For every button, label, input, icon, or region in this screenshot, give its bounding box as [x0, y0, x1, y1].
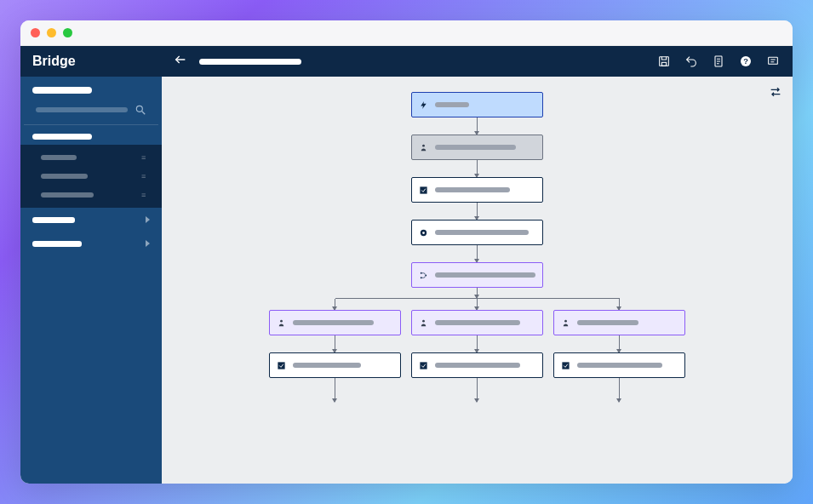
sidebar-section-label [32, 87, 92, 94]
sidebar-tree-item[interactable]: ≡ [20, 186, 162, 204]
check-box-icon [561, 361, 570, 370]
check-box-icon [277, 361, 286, 370]
sidebar-item-label [32, 241, 82, 247]
notes-button[interactable] [765, 54, 781, 69]
back-button[interactable] [174, 53, 187, 70]
person-icon [561, 318, 570, 328]
node-label [435, 230, 529, 235]
window-titlebar [20, 20, 793, 46]
sidebar-item-label [41, 174, 88, 179]
connector [335, 335, 335, 352]
topbar: ? [162, 46, 793, 77]
window-zoom-dot[interactable] [63, 28, 72, 37]
flow-node-task[interactable] [269, 352, 401, 378]
node-label [435, 145, 516, 150]
connector [619, 335, 620, 352]
connector [619, 378, 620, 402]
flow-node-actor[interactable] [411, 135, 543, 160]
connector [335, 300, 335, 310]
connector [477, 378, 478, 402]
flow-node-record[interactable] [411, 220, 543, 245]
window-minimize-dot[interactable] [47, 28, 56, 37]
flow-node-task[interactable] [411, 177, 543, 203]
bolt-icon [419, 100, 428, 110]
svg-line-1 [142, 112, 146, 115]
sidebar: Bridge ≡ ≡ [20, 46, 162, 484]
svg-rect-11 [769, 57, 778, 64]
svg-point-16 [422, 144, 425, 146]
person-icon [277, 318, 286, 328]
connector [477, 117, 478, 135]
flow-diagram [162, 92, 793, 402]
sidebar-tree-item[interactable]: ≡ [20, 167, 162, 186]
node-label [293, 363, 361, 368]
sidebar-tree-item[interactable]: ≡ [20, 148, 162, 167]
help-icon: ? [739, 54, 753, 68]
sidebar-search[interactable] [24, 100, 158, 125]
connector [477, 160, 478, 177]
node-label [435, 320, 520, 325]
sidebar-tree-label [32, 134, 92, 140]
check-box-icon [419, 186, 428, 195]
window-close-dot[interactable] [31, 28, 40, 37]
person-icon [419, 143, 428, 152]
sidebar-item-label [32, 217, 75, 223]
flow-node-condition[interactable] [411, 310, 543, 335]
node-label [435, 102, 469, 107]
flow-canvas[interactable] [162, 77, 793, 484]
flow-node-condition[interactable] [553, 310, 685, 335]
svg-rect-3 [660, 57, 669, 66]
node-label [435, 187, 510, 192]
svg-rect-26 [420, 362, 427, 369]
node-label [435, 363, 520, 368]
svg-rect-4 [661, 62, 666, 66]
sidebar-section-heading [20, 77, 162, 100]
connector [477, 288, 478, 298]
person-icon [419, 318, 428, 328]
record-icon [419, 228, 428, 238]
main-panel: ? [162, 46, 793, 484]
branch-row [269, 299, 685, 402]
undo-button[interactable] [684, 54, 699, 69]
brand-title: Bridge [20, 46, 162, 77]
browser-window: Bridge ≡ ≡ [20, 20, 793, 484]
sidebar-collapsed-group[interactable] [20, 232, 162, 255]
svg-point-22 [425, 274, 427, 276]
branch-column [411, 299, 543, 402]
document-icon [712, 54, 725, 68]
node-label [577, 363, 662, 368]
undo-icon [684, 54, 698, 68]
help-button[interactable]: ? [738, 54, 753, 69]
chevron-right-icon [146, 240, 150, 247]
branch-icon [419, 271, 428, 280]
page-title [199, 59, 301, 65]
connector [477, 245, 478, 262]
svg-text:?: ? [743, 57, 748, 66]
svg-point-19 [422, 232, 425, 234]
node-label [577, 320, 638, 325]
svg-point-27 [564, 319, 567, 322]
svg-point-21 [421, 277, 422, 278]
drag-handle-icon[interactable]: ≡ [141, 175, 150, 178]
svg-point-25 [422, 319, 425, 322]
sidebar-item-label [41, 192, 94, 198]
save-button[interactable] [656, 54, 672, 69]
drag-handle-icon[interactable]: ≡ [141, 156, 150, 159]
sidebar-collapsed-group[interactable] [20, 208, 162, 232]
search-icon [135, 104, 146, 116]
svg-point-20 [421, 272, 422, 273]
flow-node-condition[interactable] [269, 310, 401, 335]
flow-node-branch[interactable] [411, 262, 543, 288]
branch-column [553, 299, 685, 402]
svg-point-0 [136, 106, 142, 112]
flow-node-task[interactable] [411, 352, 543, 378]
docs-button[interactable] [711, 54, 726, 69]
node-label [435, 272, 535, 278]
flow-node-trigger[interactable] [411, 92, 543, 117]
sidebar-tree: ≡ ≡ ≡ [20, 145, 162, 208]
connector [477, 300, 478, 310]
search-input[interactable] [36, 107, 128, 112]
flow-node-task[interactable] [553, 352, 685, 378]
sidebar-item-label [41, 155, 77, 160]
drag-handle-icon[interactable]: ≡ [141, 193, 150, 197]
